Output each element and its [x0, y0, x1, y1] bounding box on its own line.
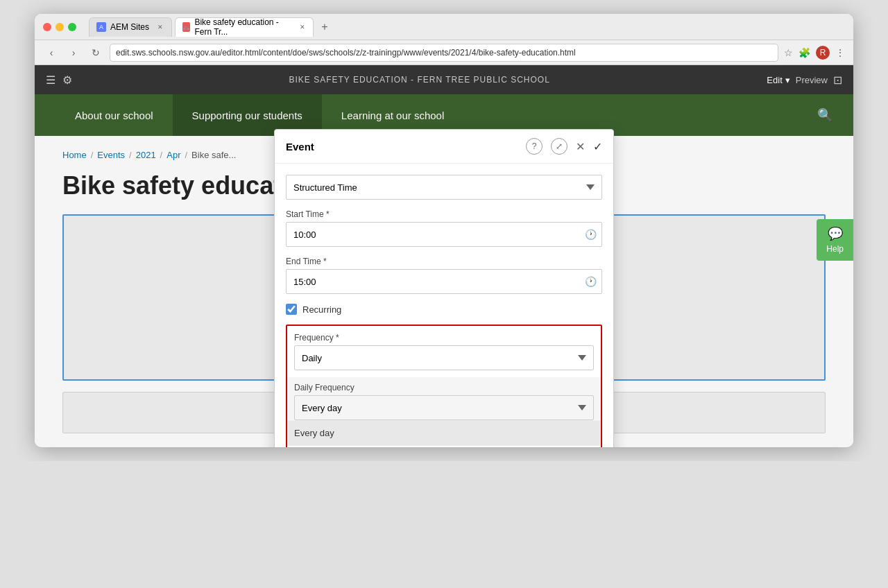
frequency-section: Frequency * Daily Weekly Monthly Daily F… [286, 325, 602, 447]
aem-toolbar: ☰ ⚙ BIKE SAFETY EDUCATION - FERN TREE PU… [35, 65, 853, 94]
modal-header: Event ? ⤢ ✕ ✓ [275, 130, 613, 164]
breadcrumb-sep-1: / [91, 150, 94, 160]
modal-confirm-button[interactable]: ✓ [593, 140, 602, 153]
tab-bar: A AEM Sites ✕ 🚲 Bike safety education - … [89, 17, 845, 37]
breadcrumb-apr[interactable]: Apr [166, 150, 180, 160]
modal-title: Event [286, 141, 518, 153]
refresh-button[interactable]: ↻ [87, 44, 104, 61]
recurring-label: Recurring [302, 304, 341, 315]
aem-toolbar-left: ☰ ⚙ [46, 74, 72, 87]
close-traffic-light[interactable] [43, 23, 51, 31]
forward-button[interactable]: › [65, 44, 82, 61]
breadcrumb-sep-3: / [160, 150, 163, 160]
preview-button[interactable]: Preview [796, 75, 828, 85]
modal-close-button[interactable]: ✕ [576, 140, 585, 153]
new-tab-button[interactable]: + [316, 19, 333, 35]
start-time-input[interactable] [286, 222, 602, 247]
aem-toolbar-right: Edit ▾ Preview ⊡ [767, 74, 842, 87]
frequency-inner: Frequency * Daily Weekly Monthly [287, 326, 601, 377]
daily-frequency-label: Daily Frequency [287, 377, 601, 395]
minimize-traffic-light[interactable] [56, 23, 64, 31]
page-content: Home / Events / 2021 / Apr / Bike safe..… [35, 136, 853, 447]
clock-icon-end: 🕐 [585, 276, 597, 287]
breadcrumb-events[interactable]: Events [97, 150, 125, 160]
modal-fullscreen-icon[interactable]: ⤢ [551, 138, 567, 155]
menu-icon[interactable]: ⋮ [835, 47, 845, 58]
edit-button[interactable]: Edit ▾ [767, 75, 789, 85]
maximize-traffic-light[interactable] [68, 23, 76, 31]
address-icons: ☆ 🧩 R ⋮ [784, 46, 845, 60]
start-time-input-wrapper: 🕐 [286, 222, 602, 247]
modal-body: Structured Time Start Time * 🕐 [275, 164, 613, 447]
start-time-label: Start Time * [286, 209, 602, 219]
browser-titlebar: A AEM Sites ✕ 🚲 Bike safety education - … [35, 14, 853, 40]
tab-favicon-bike: 🚲 [182, 22, 190, 32]
daily-frequency-section: Daily Frequency Every day Every Weekday [287, 377, 601, 447]
dropdown-option-weekday[interactable]: Every Weekday [287, 445, 601, 447]
address-bar: ‹ › ↻ ☆ 🧩 R ⋮ [35, 40, 853, 65]
help-label: Help [826, 244, 844, 254]
breadcrumb-sep-2: / [129, 150, 132, 160]
event-modal: Event ? ⤢ ✕ ✓ Structured Time Start Time… [274, 129, 614, 447]
tab-label-bike: Bike safety education - Fern Tr... [194, 17, 292, 37]
share-icon[interactable]: ⊡ [833, 74, 842, 87]
edit-chevron-icon: ▾ [785, 75, 790, 85]
search-icon[interactable]: 🔍 [817, 107, 832, 123]
breadcrumb-2021[interactable]: 2021 [136, 150, 156, 160]
tab-close-bike[interactable]: ✕ [299, 23, 306, 31]
bookmark-icon[interactable]: ☆ [784, 47, 793, 58]
help-chat-icon: 💬 [828, 226, 843, 241]
browser-tab-aem[interactable]: A AEM Sites ✕ [89, 17, 172, 37]
back-button[interactable]: ‹ [43, 44, 60, 61]
end-time-input-wrapper: 🕐 [286, 269, 602, 294]
breadcrumb-home[interactable]: Home [62, 150, 87, 160]
end-time-input[interactable] [286, 269, 602, 294]
extension-icon[interactable]: 🧩 [799, 47, 810, 58]
help-button[interactable]: 💬 Help [817, 219, 853, 261]
frequency-label: Frequency * [294, 333, 594, 343]
traffic-lights [43, 23, 76, 31]
dropdown-options: Every day Every Weekday [287, 420, 601, 447]
breadcrumb-current: Bike safe... [191, 150, 236, 160]
profile-icon[interactable]: R [816, 46, 830, 60]
clock-icon-start: 🕐 [585, 229, 597, 240]
tab-close-aem[interactable]: ✕ [156, 23, 164, 31]
modal-help-icon[interactable]: ? [526, 138, 543, 155]
dropdown-option-everyday[interactable]: Every day [287, 420, 601, 445]
start-time-field: Start Time * 🕐 [286, 209, 602, 247]
address-input[interactable] [110, 44, 778, 62]
breadcrumb-sep-4: / [185, 150, 187, 160]
tab-label-aem: AEM Sites [110, 22, 149, 32]
type-select[interactable]: Structured Time [286, 175, 602, 200]
type-field: Structured Time [286, 175, 602, 200]
tab-favicon-aem: A [96, 22, 106, 32]
frequency-select[interactable]: Daily Weekly Monthly [294, 345, 594, 370]
end-time-field: End Time * 🕐 [286, 257, 602, 294]
recurring-checkbox[interactable] [286, 304, 297, 315]
recurring-row: Recurring [286, 304, 602, 315]
preview-label: Preview [796, 75, 828, 85]
aem-toolbar-title: BIKE SAFETY EDUCATION - FERN TREE PUBLIC… [80, 75, 758, 85]
end-time-label: End Time * [286, 257, 602, 266]
nav-item-about[interactable]: About our school [56, 94, 173, 136]
properties-icon[interactable]: ⚙ [62, 74, 72, 87]
daily-frequency-select[interactable]: Every day Every Weekday [294, 395, 594, 420]
sidebar-toggle-icon[interactable]: ☰ [46, 74, 56, 87]
browser-tab-bike[interactable]: 🚲 Bike safety education - Fern Tr... ✕ [175, 17, 314, 37]
edit-label: Edit [767, 75, 782, 85]
